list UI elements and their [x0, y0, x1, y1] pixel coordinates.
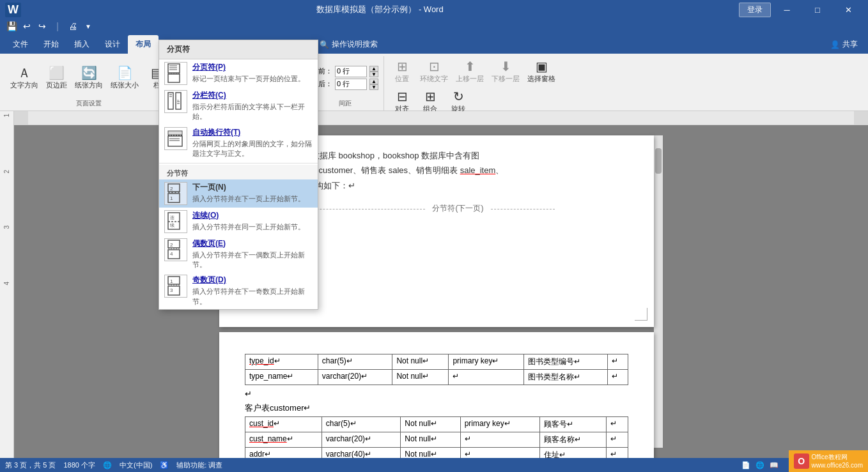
- undo-icon[interactable]: ↩: [20, 21, 33, 31]
- svg-text:1: 1: [170, 195, 173, 201]
- svg-rect-2: [168, 74, 180, 82]
- restore-button[interactable]: □: [803, 0, 832, 19]
- spacing-after-down[interactable]: ▼: [369, 84, 378, 90]
- ribbon-group-arrange: ⊞ 位置 ⊡ 环绕文字 ⬆ 上移一层 ⬇ 下移一层 ▣ 选择窗格: [384, 56, 586, 110]
- close-button[interactable]: ✕: [833, 0, 863, 19]
- dropdown-item-column-break[interactable]: 分栏符(C) 指示分栏符后面的文字将从下一栏开始。: [159, 88, 318, 125]
- wrap-text-button[interactable]: ⊡ 环绕文字: [417, 57, 451, 85]
- tab-search[interactable]: 🔍 操作说明搜索: [312, 35, 385, 54]
- table-row: cust_name↵ varchar(20)↵ Not null↵ ↵ 顾客名称…: [245, 432, 628, 448]
- page-break-desc: 标记一页结束与下一页开始的位置。: [192, 74, 305, 84]
- continuous-text: 连续(O) 插入分节符并在同一页上开始新节。: [192, 210, 305, 232]
- status-bar: 第 3 页，共 5 页 1880 个字 🌐 中文(中国) ♿ 辅助功能: 调查 …: [0, 458, 868, 472]
- table-cell: varchar(20)↵: [322, 432, 401, 448]
- spacing-before-down[interactable]: ▼: [369, 72, 378, 77]
- even-page-desc: 插入分节符并在下一偶数页上开始新节。: [192, 250, 313, 270]
- dropdown-item-auto-wrap[interactable]: 自动换行符(T) 分隔网页上的对象周围的文字，如分隔题注文字与正文。: [159, 125, 318, 162]
- table-cell: primary key↵: [449, 354, 523, 370]
- table-cell: ↵: [460, 448, 540, 459]
- spacing-after-spin[interactable]: ▲ ▼: [369, 79, 378, 90]
- paper-size-icon: 📄: [117, 65, 133, 80]
- print-icon[interactable]: 🖨: [66, 21, 79, 31]
- title-bar-title: 数据库模拟题（部分示例） - Word: [21, 4, 739, 15]
- tab-start[interactable]: 开始: [36, 35, 66, 54]
- even-page-text: 偶数页(E) 插入分节符并在下一偶数页上开始新节。: [192, 238, 313, 270]
- spacing-before-spin[interactable]: ▲ ▼: [369, 66, 378, 77]
- table-cell: ↵: [608, 354, 628, 370]
- svg-rect-0: [168, 64, 180, 73]
- dropdown-item-next-page[interactable]: 2 1 下一页(N) 插入分节符并在下一页上开始新节。: [159, 179, 318, 208]
- spacing-after-up[interactable]: ▲: [369, 79, 378, 84]
- table-cell: char(5)↵: [318, 354, 392, 370]
- ruler: [14, 111, 868, 125]
- bring-forward-icon: ⬆: [465, 59, 476, 74]
- view-print-icon[interactable]: 📄: [741, 461, 750, 469]
- title-bar: W 数据库模拟题（部分示例） - Word 登录 ─ □ ✕: [0, 0, 868, 19]
- spacing-after-row: 段后： ▲ ▼: [311, 79, 378, 90]
- table-cell: addr↵: [245, 448, 322, 459]
- auto-wrap-icon: [164, 127, 187, 150]
- view-read-icon[interactable]: 📖: [770, 461, 779, 469]
- spacing-before-input[interactable]: [335, 66, 367, 77]
- page-info: 第 3 页，共 5 页: [5, 461, 56, 470]
- vertical-scrollbar[interactable]: [654, 135, 663, 448]
- dropdown-item-continuous[interactable]: 连 续 连续(O) 插入分节符并在同一页上开始新节。: [159, 208, 318, 236]
- even-page-title: 偶数页(E): [192, 238, 313, 249]
- text-direction-button[interactable]: Ａ 文字方向: [8, 64, 41, 91]
- spacing-before-up[interactable]: ▲: [369, 66, 378, 72]
- minimize-button[interactable]: ─: [772, 0, 802, 19]
- table-cell: ↵: [607, 448, 628, 459]
- orientation-button[interactable]: 🔄 纸张方向: [72, 64, 105, 91]
- position-icon: ⊞: [397, 59, 408, 74]
- dropdown-item-even-page[interactable]: 2 4 偶数页(E) 插入分节符并在下一偶数页上开始新节。: [159, 236, 318, 273]
- tab-design[interactable]: 设计: [97, 35, 128, 54]
- spacing-after-input[interactable]: [335, 79, 367, 90]
- spacing-label: 间距: [339, 98, 352, 109]
- ruler-main: [28, 111, 854, 125]
- auto-wrap-text: 自动换行符(T) 分隔网页上的对象周围的文字，如分隔题注文字与正文。: [192, 127, 313, 159]
- separator-dropdown-menu: 分页符 分页符(P) 标记一页结束与下一页开始的位置。: [159, 40, 318, 310]
- odd-page-desc: 插入分节符并在下一奇数页上开始新节。: [192, 287, 313, 307]
- bring-forward-button[interactable]: ⬆ 上移一层: [453, 57, 486, 85]
- auto-wrap-title: 自动换行符(T): [192, 127, 313, 138]
- table-cell: 住址↵: [540, 448, 607, 459]
- share-button[interactable]: 👤 共享: [825, 39, 863, 54]
- view-web-icon[interactable]: 🌐: [756, 461, 764, 469]
- table-cell: primary key↵: [460, 417, 540, 432]
- page-ruler-2: 2: [3, 170, 10, 174]
- save-icon[interactable]: 💾: [5, 21, 18, 31]
- document-scroll-area: 1 2 3 4 某书店的图书销售数据库 bookshop，books: [0, 111, 868, 458]
- margins-icon: ⬜: [49, 65, 65, 80]
- customer-label: 客户表customer↵: [245, 402, 628, 414]
- tab-file[interactable]: 文件: [5, 35, 36, 54]
- dropdown-item-page-break[interactable]: 分页符(P) 标记一页结束与下一页开始的位置。: [159, 59, 318, 88]
- column-break-title: 分栏符(C): [192, 90, 313, 101]
- selection-pane-button[interactable]: ▣ 选择窗格: [525, 57, 558, 85]
- position-button[interactable]: ⊞ 位置: [389, 57, 415, 85]
- column-break-text: 分栏符(C) 指示分栏符后面的文字将从下一栏开始。: [192, 90, 313, 122]
- scrollbar-thumb[interactable]: [655, 148, 662, 174]
- table-cell: Not null↵: [401, 417, 460, 432]
- customize-icon[interactable]: ▼: [82, 23, 95, 30]
- table-cell: cust_name↵: [245, 432, 322, 448]
- dropdown-item-odd-page[interactable]: 1 3 奇数页(D) 插入分节符并在下一奇数页上开始新节。: [159, 272, 318, 309]
- column-break-desc: 指示分栏符后面的文字将从下一栏开始。: [192, 102, 313, 122]
- language: 中文(中国): [120, 461, 152, 470]
- table-row: type_id↵ char(5)↵ Not null↵ primary key↵…: [245, 354, 628, 370]
- arrange-content: ⊞ 位置 ⊡ 环绕文字 ⬆ 上移一层 ⬇ 下移一层 ▣ 选择窗格: [389, 57, 581, 115]
- document-area: 某书店的图书销售数据库 bookshop，bookshop 数据库中含有图 bo…: [14, 125, 868, 458]
- table-cell: Not null↵: [401, 448, 460, 459]
- redo-icon[interactable]: ↪: [36, 21, 49, 31]
- table-cell: ↵: [460, 432, 540, 448]
- login-button[interactable]: 登录: [739, 3, 771, 17]
- table-cell: 顾客号↵: [540, 417, 607, 432]
- table-cell: Not null↵: [401, 432, 460, 448]
- tab-layout[interactable]: 布局: [128, 35, 159, 54]
- send-backward-button[interactable]: ⬇ 下移一层: [489, 57, 522, 85]
- tab-insert[interactable]: 插入: [66, 35, 97, 54]
- section-break-label: 分节符: [159, 165, 318, 179]
- send-backward-icon: ⬇: [500, 59, 511, 74]
- svg-text:2: 2: [170, 242, 173, 248]
- paper-size-button[interactable]: 📄 纸张大小: [108, 64, 141, 91]
- margins-button[interactable]: ⬜ 页边距: [43, 64, 70, 91]
